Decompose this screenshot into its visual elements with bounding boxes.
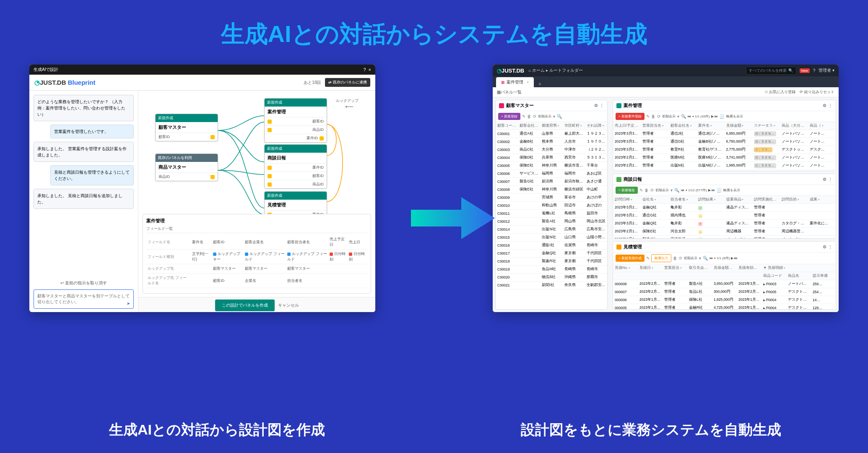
col-header[interactable]: 訪問結果	[696, 196, 724, 204]
col-header[interactable]: 見積日	[638, 264, 663, 272]
search-icon[interactable]: 🔍	[557, 114, 562, 119]
view-selector[interactable]: 初期表示	[655, 188, 669, 193]
table-row[interactable]: C00006サービスF社福岡県福岡市あおば区	[496, 170, 607, 178]
table-row[interactable]: C00007製造G社新潟県新潟市秋葉区あさひ通	[496, 178, 607, 186]
table-row[interactable]: C00020物流B社沖縄県那覇市	[496, 273, 607, 281]
table-row[interactable]: C00012製造A社岡山県岡山市北区	[496, 218, 607, 226]
add-tab-button[interactable]: +	[535, 81, 545, 87]
table-row[interactable]: C00004保険D社兵庫県西宮市５３１３－３…	[496, 154, 607, 162]
col-header[interactable]: それ以降	[585, 122, 607, 130]
edit-icon[interactable]: ✎	[639, 188, 643, 193]
table-row[interactable]: C00009宮城県富谷市あけの平	[496, 194, 607, 202]
table-row[interactable]: 2023年2月27日管理者出版N社出版N社/ノートパソコンA/11台1,995,…	[613, 162, 836, 170]
node-customer-master[interactable]: 新規作成 顧客マスター 顧客ID	[155, 114, 218, 141]
table-row[interactable]: 2023年3月30日管理者通信G社金融B社/ノートパソコンB/45台6,750,…	[613, 138, 836, 146]
col-header[interactable]: 見積有効期限	[737, 264, 761, 272]
tab-case[interactable]: ▦案件管理×	[496, 77, 534, 87]
ticket-icon[interactable]: 🧾	[720, 114, 725, 119]
table-row[interactable]: 2023年2月27日管理者医療M社医療M社/ノートパソコンA/40台3,741,…	[613, 154, 836, 162]
node-product-master[interactable]: 既存のパネルを利用 商品マスター 商品ID	[155, 154, 218, 181]
panel-menu-icon[interactable]: ⚙	[594, 103, 598, 108]
table-row[interactable]: 2023年3月24日 14:…金融Q社亀井彩○液晶ディスプレイ管理者	[613, 204, 836, 212]
view-selector[interactable]: 初期表示	[662, 114, 676, 119]
col-header[interactable]: 営業担当	[663, 264, 687, 272]
col-header[interactable]: 商品（大分類）	[780, 122, 808, 130]
view-selector[interactable]: 初期表示	[538, 114, 551, 119]
case-grid[interactable]: 売上日/予定日営業担当名顧客会社名案件名見積金額ステータス商品（大分類）商品（2…	[613, 122, 836, 171]
col-header[interactable]: 売上日/予定日	[613, 122, 641, 130]
edit-icon[interactable]: ✎	[522, 114, 525, 119]
table-row[interactable]: 2023年2月9日 15時製造J社高橋舞子○ノートパソコン管理者ノートパソコン業…	[613, 236, 836, 239]
col-header[interactable]: ▼ 見積明細	[761, 264, 836, 272]
col-header[interactable]: 提案商品	[725, 196, 752, 204]
delete-icon[interactable]: 🗑	[673, 256, 677, 260]
panel-more-icon[interactable]: ⋮	[828, 245, 832, 249]
panel-menu-icon[interactable]: ⚙	[823, 177, 826, 182]
edit-icon[interactable]: ✎	[646, 114, 650, 119]
panel-more-icon[interactable]: ⋮	[828, 177, 832, 182]
table-row[interactable]: C00019食品M社長崎県長崎市	[496, 266, 607, 273]
reset-filter-button[interactable]: ⟳ 絞り込みリセット	[800, 89, 834, 95]
user-menu[interactable]: 管理者 ▾	[819, 68, 834, 73]
col-header[interactable]: 提示単価	[811, 272, 836, 280]
undo-button[interactable]: 直前の指示を取り消す	[34, 280, 134, 286]
col-header[interactable]: 見積金額	[725, 122, 752, 130]
col-header[interactable]: 取引先会社名	[687, 264, 712, 272]
table-row[interactable]: 2023年3月24日管理者教育R社教育社/デスクトップB/50社2,775,00…	[613, 146, 836, 154]
col-header[interactable]: 訪問目的	[780, 196, 808, 204]
table-row[interactable]: C00016通販I社佐賀県長崎市	[496, 242, 607, 250]
col-header[interactable]: 顧客コー…	[496, 122, 518, 130]
ticket-icon[interactable]: 🧾	[717, 188, 722, 193]
col-header[interactable]: 会社名	[641, 196, 668, 204]
report-button[interactable]: 帳票を表示	[726, 114, 743, 119]
delete-icon[interactable]: 🗑	[527, 114, 531, 119]
col-header[interactable]: 商品（	[808, 122, 836, 130]
col-header[interactable]: 市区町村	[563, 122, 585, 130]
close-icon[interactable]: ×	[369, 67, 371, 72]
node-report[interactable]: 新規作成 商談日報 案件ID 顧客ID 商品ID	[264, 144, 327, 189]
new-quote-button[interactable]: + 新規見積作成	[616, 255, 645, 262]
report-button[interactable]: 帳票を表示	[723, 188, 740, 193]
panel-menu-icon[interactable]: ⚙	[823, 245, 826, 249]
col-header[interactable]: 都道府県	[540, 122, 562, 130]
table-row[interactable]: 2023年2月11日 10:…保険E社河合太郎△周辺機器管理者周辺機器営業に関す…	[613, 228, 836, 236]
pager[interactable]: ⏮ ◀ 1/12 (577件) ▶ ⏭	[681, 188, 715, 193]
table-row[interactable]: C00002金融B社熊本県人吉市１９７０．１…	[496, 138, 607, 146]
col-header[interactable]: 案件名	[696, 122, 724, 130]
col-header[interactable]: 担当者名	[669, 196, 696, 204]
table-row[interactable]: 2023年3月30日管理者通信J社通信J社/ノートパソコンC/25台6,950,…	[613, 130, 836, 138]
table-row[interactable]: 2023年2月27日管理者電機L社電機L社/ノートパソコンB/15台875,00…	[613, 170, 836, 171]
col-header[interactable]: 営業担当名	[641, 122, 668, 130]
cancel-button[interactable]: キャンセル	[278, 302, 299, 308]
create-panel-button[interactable]: この設計でパネルを作成	[215, 299, 275, 311]
table-row[interactable]: C00003商品C社大分県中津市（２９２５－７）	[496, 146, 607, 154]
col-header[interactable]: ステータス	[752, 122, 780, 130]
table-row[interactable]: 0000082023年2月15日管理者製造A社3,950,000円2023年3月…	[613, 280, 836, 288]
close-tab-icon[interactable]: ×	[527, 80, 529, 84]
report-grid[interactable]: 訪問日時会社名担当者名訪問結果提案商品訪問実施社員訪問目的成果2023年3月24…	[613, 196, 836, 238]
col-header[interactable]: 顧客会社名	[518, 122, 540, 130]
new-record-button[interactable]: + 新規登録	[498, 113, 520, 120]
table-row[interactable]: C00011電機L社島根県益田市	[496, 210, 607, 218]
refresh-icon[interactable]: ⟳	[679, 256, 682, 260]
quote-grid[interactable]: 見積No.見積日営業担当取引先会社名見積金額合計見積有効期限▼ 見積明細商品コー…	[613, 264, 836, 309]
delete-icon[interactable]: 🗑	[645, 188, 649, 193]
table-row[interactable]: C00001通信A社山形県最上郡大蔵村１９２３－５６	[496, 130, 607, 138]
table-row[interactable]: 0000072023年2月1日管理者食品L社300,000円2023年2月28日…	[613, 288, 836, 296]
table-row[interactable]: 2023年3月24日 10:…通信G社堀内博也△管理者	[613, 212, 836, 220]
favorite-button[interactable]: ☆ お気に入り登録	[764, 89, 796, 95]
table-row[interactable]: 0000062023年1月10日管理者保険L社1,925,000円2023年1月…	[613, 296, 836, 304]
table-row[interactable]: 0000052023年1月5日管理者金融R社4,725,000円2023年1月3…	[613, 304, 836, 310]
table-row[interactable]: C00008保険E社神奈川県横浜市緑区中山町	[496, 186, 607, 194]
col-header[interactable]: 訪問日時	[613, 196, 641, 204]
help-icon[interactable]: ?	[363, 67, 366, 72]
table-row[interactable]: C00014出版N社広島県広島市安佐北区	[496, 226, 607, 234]
customer-grid[interactable]: 顧客コー…顧客会社名都道府県市区町村それ以降C00001通信A社山形県最上郡大蔵…	[496, 122, 607, 289]
breadcrumb[interactable]: ホーム ▸ ルートフォルダー	[528, 68, 582, 73]
col-header[interactable]: 商品名	[786, 272, 811, 280]
refresh-icon[interactable]: ⟳	[533, 114, 536, 119]
chat-input[interactable]: 顧客マスターと商品マスターを別テーブルとして切り出してください。	[34, 289, 134, 309]
table-row[interactable]: C00017金融Q社東京都千代田区	[496, 250, 607, 258]
refresh-icon[interactable]: ⟳	[657, 114, 660, 119]
delete-icon[interactable]: 🗑	[651, 114, 655, 119]
